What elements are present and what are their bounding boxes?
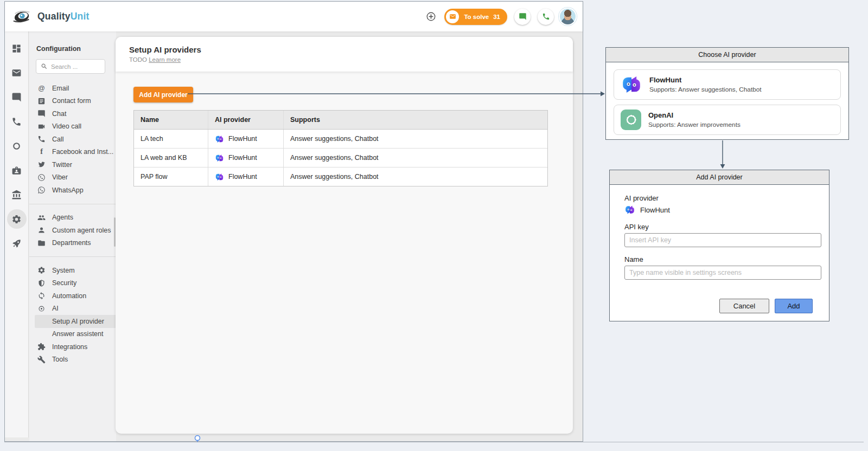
chat-status-button[interactable] (514, 9, 531, 25)
ring-icon (11, 141, 22, 151)
shield-icon (37, 279, 46, 287)
call-icon (11, 117, 22, 127)
sidebar-divider (29, 204, 116, 204)
sidebar-item-call[interactable]: Call (29, 133, 116, 146)
phone-icon (542, 12, 550, 21)
user-avatar[interactable] (559, 8, 577, 25)
cell-name: PAP flow (134, 167, 208, 186)
sidebar-item-contact-form[interactable]: Contact form (29, 95, 116, 108)
brand-logo[interactable]: QualityUnit (5, 9, 90, 25)
rail-item-chat[interactable] (7, 87, 27, 107)
agents-icon (37, 214, 46, 222)
cell-name: LA web and KB (134, 149, 208, 167)
selected-provider-name: FlowHunt (640, 206, 670, 214)
provider-options: FlowHuntSupports: Answer suggestions, Ch… (606, 62, 848, 135)
page-header: Setup AI providers TODO Learn more (116, 37, 573, 72)
at-icon: @ (37, 85, 46, 92)
sidebar-item-system[interactable]: System (29, 264, 116, 277)
twitter-icon (37, 160, 46, 169)
sidebar-list: @EmailContact formChatVideo callCallfFac… (29, 82, 116, 366)
table-row[interactable]: PAP flowFlowHuntAnswer suggestions, Chat… (134, 167, 547, 186)
folder-icon (37, 239, 46, 247)
bank-icon (11, 190, 22, 200)
table-row[interactable]: LA web and KBFlowHuntAnswer suggestions,… (134, 149, 547, 167)
sidebar-item-email[interactable]: @Email (29, 82, 116, 95)
sidebar-item-custom-agent-roles[interactable]: Custom agent roles (29, 224, 116, 237)
icon-rail (5, 31, 29, 437)
ai-icon (37, 305, 46, 313)
sidebar-item-video-call[interactable]: Video call (29, 120, 116, 133)
chat-icon (11, 92, 22, 102)
openai-icon (621, 109, 641, 130)
sidebar-item-ai[interactable]: AI (29, 302, 116, 315)
sidebar-search[interactable]: Search ... (36, 59, 105, 74)
rail-item-badge[interactable] (7, 160, 27, 180)
call-icon (37, 135, 46, 143)
call-status-button[interactable] (538, 9, 554, 25)
rail-item-mail[interactable] (7, 63, 27, 82)
ai-provider-label: AI provider (624, 194, 659, 202)
cell-provider: FlowHunt (208, 130, 284, 148)
sidebar-item-viber[interactable]: Viber (29, 171, 116, 184)
rail-item-dashboard[interactable] (7, 38, 27, 58)
sidebar-item-facebook-and-inst[interactable]: fFacebook and Inst... (29, 146, 116, 159)
sidebar-item-chat[interactable]: Chat (29, 107, 116, 120)
rail-item-gear[interactable] (7, 209, 27, 229)
sidebar-item-twitter[interactable]: Twitter (29, 158, 116, 171)
whatsapp-icon (37, 186, 46, 194)
rail-item-rocket[interactable] (7, 234, 27, 253)
sidebar-item-departments[interactable]: Departments (29, 237, 116, 250)
page-subtitle: TODO Learn more (129, 56, 573, 63)
viber-icon (37, 173, 46, 182)
provider-option-flowhunt[interactable]: FlowHuntSupports: Answer suggestions, Ch… (614, 69, 841, 100)
add-new-icon[interactable] (426, 11, 436, 22)
gear-icon (11, 214, 22, 224)
provider-supports: Supports: Answer improvements (648, 121, 741, 128)
api-key-input[interactable] (624, 233, 821, 247)
choose-ai-provider-panel: Choose AI provider FlowHuntSupports: Ans… (605, 47, 849, 140)
table-header-row: NameAI providerSupports (134, 111, 547, 130)
sidebar-item-tools[interactable]: Tools (29, 353, 116, 366)
main-content-card: Setup AI providers TODO Learn more Add A… (116, 37, 573, 434)
rail-item-ring[interactable] (7, 136, 27, 156)
sidebar-item-whatsapp[interactable]: WhatsApp (29, 184, 116, 197)
choose-panel-title: Choose AI provider (606, 48, 848, 62)
search-icon (41, 63, 48, 70)
sidebar-item-agents[interactable]: Agents (29, 211, 116, 224)
videocam-icon (37, 123, 46, 131)
api-key-label: API key (624, 223, 649, 231)
add-dialog-title: Add AI provider (610, 170, 829, 185)
cell-name: LA tech (134, 130, 208, 148)
whatsapp-icon (37, 186, 46, 194)
app-header: QualityUnit To solve 31 (5, 2, 583, 31)
sidebar-item-integrations[interactable]: Integrations (29, 340, 116, 353)
shield-icon (37, 279, 46, 287)
sidebar-item-automation[interactable]: Automation (29, 289, 116, 302)
rail-item-bank[interactable] (7, 185, 27, 204)
rail-item-call[interactable] (7, 112, 27, 131)
search-placeholder: Search ... (51, 63, 78, 70)
person-icon (37, 226, 46, 234)
name-input[interactable] (624, 266, 821, 280)
sidebar-item-answer-assistent[interactable]: Answer assistent (29, 328, 116, 341)
to-solve-label: To solve (464, 14, 489, 20)
twitter-icon (37, 160, 46, 169)
page-title: Setup AI providers (129, 45, 573, 54)
sidebar-item-setup-ai-provider[interactable]: Setup AI provider (35, 315, 116, 328)
provider-name: OpenAI (648, 111, 741, 119)
table-row[interactable]: LA techFlowHuntAnswer suggestions, Chatb… (134, 130, 547, 149)
add-button[interactable]: Add (775, 299, 813, 313)
add-ai-provider-button[interactable]: Add AI provider (133, 87, 193, 102)
brand-name: QualityUnit (37, 11, 90, 22)
badge-icon (11, 165, 22, 176)
sidebar-item-security[interactable]: Security (29, 277, 116, 290)
envelope-icon (446, 10, 459, 23)
provider-name: FlowHunt (649, 76, 762, 84)
column-header: AI provider (208, 111, 284, 129)
to-solve-button[interactable]: To solve 31 (444, 9, 507, 25)
app-body: Configuration Search ... @EmailContact f… (5, 31, 583, 441)
provider-option-openai[interactable]: OpenAISupports: Answer improvements (614, 105, 841, 135)
cancel-button[interactable]: Cancel (719, 299, 769, 313)
learn-more-link[interactable]: Learn more (149, 56, 181, 63)
openai-icon (624, 113, 639, 127)
